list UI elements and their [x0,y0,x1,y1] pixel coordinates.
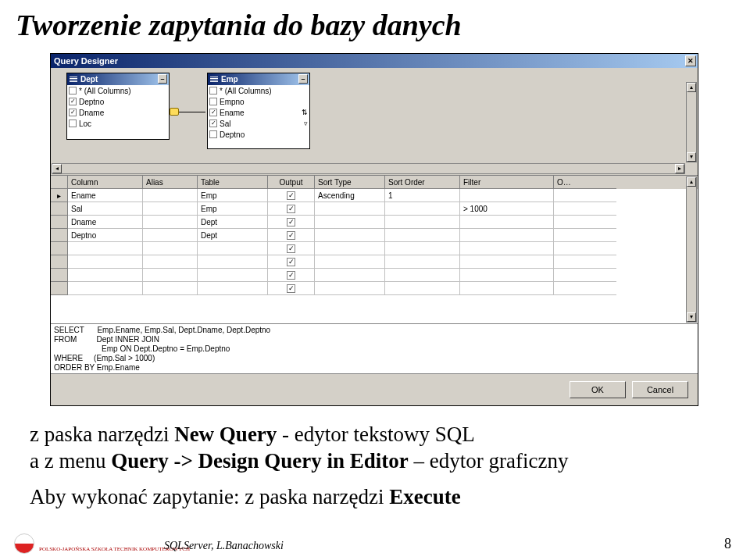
grid-cell[interactable] [143,216,198,229]
grid-row[interactable]: DeptnoDept✓ [51,229,698,242]
grid-cell[interactable] [315,282,385,295]
grid-row[interactable]: ✓ [51,255,698,269]
output-checkbox[interactable]: ✓ [287,231,295,240]
grid-cell[interactable] [143,202,198,216]
window-titlebar[interactable]: Query Designer ✕ [51,54,698,68]
table-header[interactable]: Emp – [208,73,309,85]
v-scrollbar[interactable]: ▴ ▾ [686,177,697,323]
output-checkbox[interactable]: ✓ [287,271,295,280]
table-col[interactable]: ✓Sal▿ [208,118,309,129]
h-scrollbar[interactable]: ◂ ▸ [52,163,685,174]
grid-cell[interactable] [385,216,460,229]
checkbox-icon[interactable] [69,119,77,127]
grid-cell[interactable]: Emp [198,202,268,216]
grid-cell[interactable]: ✓ [268,269,315,282]
grid-cell[interactable]: ✓ [268,282,315,295]
grid-cell[interactable] [385,269,460,282]
table-col[interactable]: Loc [67,118,169,129]
grid-cell[interactable]: ✓ [268,229,315,242]
grid-cell[interactable] [554,282,616,295]
grid-cell[interactable]: 1 [385,189,460,202]
grid-cell[interactable]: Ename [68,189,143,202]
grid-cell[interactable] [68,282,143,295]
checkbox-icon[interactable]: ✓ [209,119,217,127]
grid-cell[interactable]: ✓ [268,242,315,255]
grid-row[interactable]: SalEmp✓> 1000 [51,202,698,216]
grid-cell[interactable] [315,229,385,242]
row-selector[interactable] [51,202,68,216]
output-checkbox[interactable]: ✓ [287,244,295,253]
grid-cell[interactable] [198,269,268,282]
grid-cell[interactable] [198,242,268,255]
row-selector[interactable] [51,282,68,295]
grid-cell[interactable] [198,282,268,295]
grid-cell[interactable] [143,229,198,242]
scroll-right-icon[interactable]: ▸ [675,164,684,173]
checkbox-icon[interactable]: ✓ [209,109,217,116]
grid-cell[interactable]: > 1000 [460,202,554,216]
ok-button[interactable]: OK [570,381,626,398]
minimize-icon[interactable]: – [298,74,308,84]
grid-cell[interactable] [315,216,385,229]
grid-cell[interactable]: Dname [68,216,143,229]
grid-cell[interactable] [68,242,143,255]
grid-cell[interactable] [554,242,616,255]
grid-cell[interactable] [143,255,198,269]
table-col[interactable]: ✓Deptno [67,96,169,107]
scroll-up-icon[interactable]: ▴ [687,177,696,187]
output-checkbox[interactable]: ✓ [287,284,295,293]
grid-cell[interactable]: Deptno [68,229,143,242]
checkbox-icon[interactable] [209,130,217,138]
checkbox-icon[interactable] [69,87,77,95]
grid-row[interactable]: ✓ [51,269,698,282]
grid-cell[interactable] [554,255,616,269]
grid-cell[interactable] [385,255,460,269]
row-selector[interactable]: ▸ [51,189,68,202]
output-checkbox[interactable]: ✓ [287,218,295,226]
scroll-down-icon[interactable]: ▾ [687,312,696,322]
grid-cell[interactable]: Ascending [315,189,385,202]
grid-cell[interactable] [315,242,385,255]
grid-cell[interactable] [143,269,198,282]
checkbox-icon[interactable]: ✓ [69,98,77,105]
grid-cell[interactable] [385,202,460,216]
grid-cell[interactable] [554,216,616,229]
output-checkbox[interactable]: ✓ [287,191,295,200]
output-checkbox[interactable]: ✓ [287,205,295,213]
grid-cell[interactable] [385,229,460,242]
grid-cell[interactable] [554,189,616,202]
grid-cell[interactable] [68,269,143,282]
grid-cell[interactable] [68,255,143,269]
sql-pane[interactable]: SELECT Emp.Ename, Emp.Sal, Dept.Dname, D… [51,324,698,374]
grid-cell[interactable] [198,255,268,269]
table-col[interactable]: * (All Columns) [208,85,309,96]
close-icon[interactable]: ✕ [685,55,696,66]
grid-cell[interactable] [554,229,616,242]
grid-cell[interactable]: ✓ [268,216,315,229]
scroll-up-icon[interactable]: ▴ [687,83,696,92]
grid-cell[interactable] [385,282,460,295]
grid-cell[interactable]: ✓ [268,255,315,269]
checkbox-icon[interactable]: ✓ [69,109,77,116]
grid-cell[interactable]: Sal [68,202,143,216]
checkbox-icon[interactable] [209,98,217,105]
cancel-button[interactable]: Cancel [632,381,688,398]
row-selector[interactable] [51,269,68,282]
table-col[interactable]: * (All Columns) [67,85,169,96]
grid-cell[interactable] [460,282,554,295]
row-selector[interactable] [51,216,68,229]
grid-cell[interactable] [460,242,554,255]
table-col[interactable]: Empno [208,96,309,107]
grid-cell[interactable]: Dept [198,216,268,229]
table-emp[interactable]: Emp – * (All Columns) Empno ✓Ename⇅ ✓Sal… [207,73,310,149]
grid-cell[interactable] [554,202,616,216]
row-selector[interactable] [51,229,68,242]
grid-cell[interactable] [460,216,554,229]
table-col[interactable]: ✓Dname [67,107,169,118]
output-checkbox[interactable]: ✓ [287,258,295,266]
table-dept[interactable]: Dept – * (All Columns) ✓Deptno ✓Dname Lo… [66,73,170,140]
checkbox-icon[interactable] [209,87,217,95]
grid-cell[interactable] [460,255,554,269]
grid-cell[interactable]: Emp [198,189,268,202]
v-scrollbar[interactable]: ▴ ▾ [686,82,697,162]
